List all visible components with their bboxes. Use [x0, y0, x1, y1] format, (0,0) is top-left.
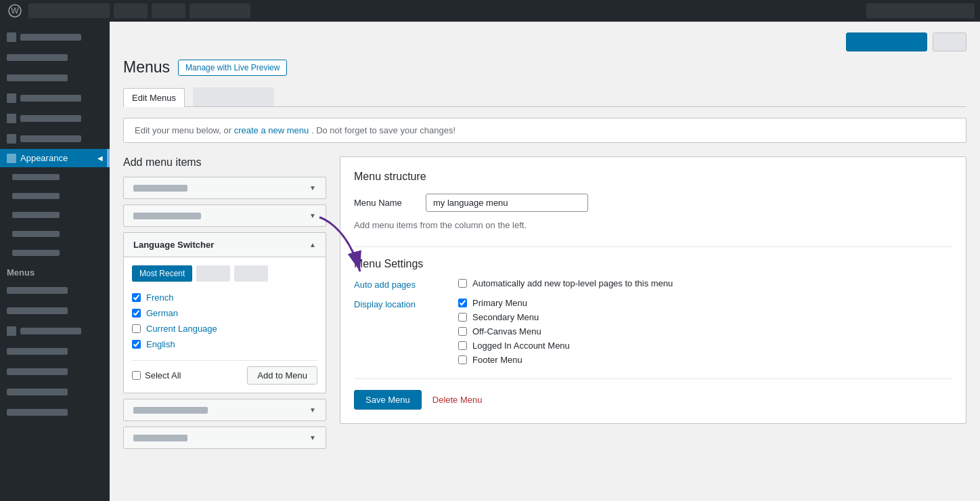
- sidebar-menus-label-4: [7, 348, 68, 355]
- sidebar-item-4[interactable]: [0, 88, 110, 108]
- appearance-sub-5[interactable]: [7, 243, 110, 262]
- live-preview-button[interactable]: Manage with Live Preview: [178, 60, 287, 76]
- location-primary-checkbox[interactable]: [458, 299, 467, 307]
- lang-actions-row: Select All Add to Menu: [132, 360, 317, 385]
- wp-layout: Appearance ◀ Menus: [0, 22, 980, 501]
- sidebar-menus-5[interactable]: [0, 362, 110, 382]
- menu-structure-title: Menu structure: [354, 171, 952, 183]
- select-all-label[interactable]: Select All: [145, 370, 181, 380]
- auto-add-option-label[interactable]: Automatically add new top-level pages to…: [472, 278, 673, 288]
- lang-checkbox-current[interactable]: [132, 324, 141, 333]
- admin-bar-comments[interactable]: [152, 3, 185, 18]
- lang-checkbox-german[interactable]: [132, 309, 141, 318]
- appearance-sub-2[interactable]: [7, 186, 110, 205]
- lang-item-current: Current Language: [132, 321, 317, 336]
- sidebar-item-3[interactable]: [0, 68, 110, 88]
- location-footer-label[interactable]: Footer Menu: [472, 355, 522, 365]
- tab-manage-locations[interactable]: [193, 87, 274, 106]
- sidebar-menus-3[interactable]: [0, 321, 110, 341]
- menu-settings-title: Menu Settings: [354, 246, 952, 270]
- info-banner: Edit your menu below, or create a new me…: [123, 118, 966, 143]
- location-primary-label[interactable]: Primary Menu: [472, 298, 527, 308]
- sidebar-item-5[interactable]: [0, 108, 110, 129]
- location-offcanvas-label[interactable]: Off-Canvas Menu: [472, 326, 541, 336]
- tab-edit-menus[interactable]: Edit Menus: [123, 88, 185, 107]
- location-secondary-checkbox[interactable]: [458, 313, 467, 322]
- filter-placeholder-1: [196, 265, 230, 282]
- create-new-menu-link[interactable]: create a new menu: [234, 125, 309, 135]
- appearance-sub-1[interactable]: [7, 167, 110, 186]
- bottom-accordion-header-1[interactable]: ▼: [124, 399, 326, 420]
- lang-checkbox-french[interactable]: [132, 293, 141, 302]
- sidebar-item-1[interactable]: [0, 27, 110, 47]
- language-switcher-header[interactable]: Language Switcher ▲: [124, 233, 326, 257]
- menus-section-header: Menus: [0, 262, 110, 280]
- lang-item-french: French: [132, 290, 317, 305]
- sidebar-menus-4[interactable]: [0, 341, 110, 362]
- auto-add-checkbox[interactable]: [458, 279, 467, 288]
- location-loggedin-label[interactable]: Logged In Account Menu: [472, 341, 570, 351]
- filter-placeholder-2: [234, 265, 268, 282]
- accordion-chevron-1: ▼: [309, 184, 316, 192]
- sidebar-item-2[interactable]: [0, 47, 110, 68]
- delete-menu-link[interactable]: Delete Menu: [432, 395, 483, 405]
- sidebar-item-appearance[interactable]: Appearance ◀: [0, 149, 110, 167]
- admin-bar-site-name[interactable]: [28, 3, 110, 18]
- save-menu-button[interactable]: Save Menu: [354, 390, 422, 410]
- admin-bar-updates[interactable]: [114, 3, 148, 18]
- filter-most-recent-btn[interactable]: Most Recent: [132, 265, 192, 282]
- sidebar-item-6[interactable]: [0, 129, 110, 149]
- screen-options-btn[interactable]: [846, 32, 927, 51]
- help-btn[interactable]: [933, 32, 966, 51]
- bottom-accordion-header-2[interactable]: ▼: [124, 427, 326, 448]
- lang-label-french[interactable]: French: [146, 292, 173, 303]
- lang-label-english[interactable]: English: [146, 339, 175, 349]
- auto-add-option: Automatically add new top-level pages to…: [458, 278, 673, 288]
- filter-row: Most Recent: [132, 265, 317, 282]
- sidebar-menus-label-3: [20, 328, 81, 334]
- info-text-before: Edit your menu below, or: [135, 125, 234, 135]
- appearance-sub-4[interactable]: [7, 224, 110, 243]
- lang-checkbox-english[interactable]: [132, 340, 141, 349]
- lang-item-german: German: [132, 305, 317, 321]
- language-switcher-panel: Language Switcher ▲ Most Recent French: [123, 232, 326, 393]
- location-offcanvas: Off-Canvas Menu: [458, 326, 570, 336]
- menu-name-input[interactable]: [426, 194, 588, 212]
- admin-bar-new[interactable]: [190, 3, 250, 18]
- location-offcanvas-checkbox[interactable]: [458, 327, 467, 336]
- accordion-panel-2: ▼: [123, 204, 326, 227]
- select-all-checkbox[interactable]: [132, 371, 141, 380]
- lang-label-german[interactable]: German: [146, 308, 178, 318]
- sidebar-label-5: [20, 115, 81, 122]
- add-items-title: Add menu items: [123, 156, 326, 169]
- location-secondary-label[interactable]: Secondary Menu: [472, 312, 539, 322]
- appearance-sub-label-3: [12, 212, 60, 218]
- sidebar-menus-6[interactable]: [0, 382, 110, 402]
- appearance-sub-3[interactable]: [7, 205, 110, 224]
- content-top-bar: [123, 32, 966, 51]
- sidebar-menus-label-5: [7, 368, 68, 375]
- location-loggedin: Logged In Account Menu: [458, 341, 570, 351]
- sidebar-menus-1[interactable]: [0, 280, 110, 301]
- main-content: Menus Manage with Live Preview Edit Menu…: [110, 22, 980, 501]
- location-footer-checkbox[interactable]: [458, 355, 467, 364]
- add-to-menu-button[interactable]: Add to Menu: [247, 366, 317, 385]
- display-location-row: Display location Primary Menu Secondary …: [354, 298, 952, 365]
- sidebar-menus-7[interactable]: [0, 402, 110, 422]
- location-loggedin-checkbox[interactable]: [458, 341, 467, 350]
- appearance-sub-label-5: [12, 250, 60, 256]
- appearance-sub-label-1: [12, 174, 60, 180]
- bottom-accordion-chevron-2: ▼: [309, 434, 316, 441]
- accordion-header-1[interactable]: ▼: [124, 177, 326, 198]
- wp-logo[interactable]: W: [5, 1, 24, 20]
- sidebar-menus-icon-3: [7, 326, 16, 336]
- tabs-bar: Edit Menus: [123, 87, 966, 107]
- bottom-accordion-label-1: [133, 407, 208, 414]
- svg-text:W: W: [11, 6, 19, 16]
- lang-label-current[interactable]: Current Language: [146, 324, 217, 334]
- sidebar-label-4: [20, 95, 81, 102]
- admin-bar: W: [0, 0, 980, 22]
- accordion-header-2[interactable]: ▼: [124, 205, 326, 226]
- sidebar-menus-2[interactable]: [0, 301, 110, 321]
- accordion-chevron-2: ▼: [309, 212, 316, 219]
